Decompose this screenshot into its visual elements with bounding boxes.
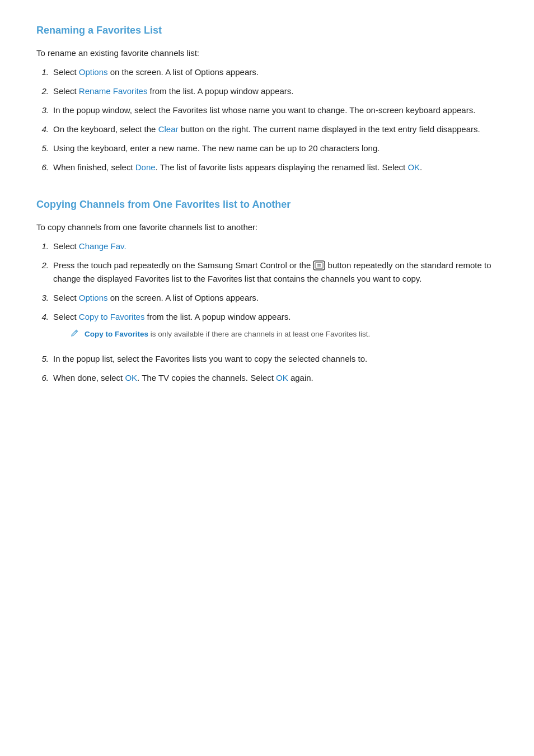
section2-steps: 1. Select Change Fav. 2. Press the touch…	[36, 240, 498, 385]
list-item: 4. Select Copy to Favorites from the lis…	[36, 310, 498, 347]
section-copying: Copying Channels from One Favorites list…	[36, 197, 498, 385]
step-content: When done, select OK. The TV copies the …	[53, 371, 498, 385]
list-item: 3. In the popup window, select the Favor…	[36, 104, 498, 117]
step-number: 4.	[36, 310, 53, 324]
step-content: In the popup list, select the Favorites …	[53, 352, 498, 366]
section1-steps: 1. Select Options on the screen. A list …	[36, 66, 498, 174]
keyword-ok-2: OK	[125, 373, 137, 382]
step-content: Select Copy to Favorites from the list. …	[53, 310, 498, 347]
keyword-options-2: Options	[79, 293, 108, 302]
step-content: Select Options on the screen. A list of …	[53, 291, 498, 305]
step-number: 5.	[36, 352, 53, 366]
remote-button-icon	[313, 260, 325, 270]
step-content: On the keyboard, select the Clear button…	[53, 123, 498, 136]
step-content: Using the keyboard, enter a new name. Th…	[53, 142, 498, 155]
list-item: 4. On the keyboard, select the Clear but…	[36, 123, 498, 136]
section-renaming: Renaming a Favorites List To rename an e…	[36, 22, 498, 174]
section1-intro: To rename an existing favorite channels …	[36, 46, 498, 60]
list-item: 6. When done, select OK. The TV copies t…	[36, 371, 498, 385]
step-content: Press the touch pad repeatedly on the Sa…	[53, 259, 498, 286]
list-item: 2. Select Rename Favorites from the list…	[36, 85, 498, 98]
note-block: Copy to Favorites is only available if t…	[70, 328, 498, 342]
step-number: 6.	[36, 371, 53, 385]
section1-title: Renaming a Favorites List	[36, 22, 498, 39]
note-keyword: Copy to Favorites	[85, 330, 148, 338]
step-content: Select Options on the screen. A list of …	[53, 66, 498, 79]
list-item: 1. Select Change Fav.	[36, 240, 498, 253]
step-number: 6.	[36, 161, 53, 174]
step-number: 4.	[36, 123, 53, 136]
svg-rect-1	[315, 263, 323, 268]
keyword-options: Options	[79, 67, 108, 77]
step-content: Select Change Fav.	[53, 240, 498, 253]
list-item: 5. In the popup list, select the Favorit…	[36, 352, 498, 366]
note-text: Copy to Favorites is only available if t…	[85, 328, 370, 340]
list-item: 2. Press the touch pad repeatedly on the…	[36, 259, 498, 286]
step-content: Select Rename Favorites from the list. A…	[53, 85, 498, 98]
step-number: 2.	[36, 259, 53, 272]
keyword-ok: OK	[407, 162, 420, 172]
keyword-copy-to-favorites: Copy to Favorites	[79, 312, 145, 321]
section2-intro: To copy channels from one favorite chann…	[36, 221, 498, 234]
step-number: 2.	[36, 85, 53, 98]
step-content: When finished, select Done. The list of …	[53, 161, 498, 174]
keyword-done: Done	[135, 162, 156, 172]
step-content: In the popup window, select the Favorite…	[53, 104, 498, 117]
keyword-rename-favorites: Rename Favorites	[79, 86, 148, 96]
step-number: 1.	[36, 240, 53, 253]
keyword-ok-3: OK	[276, 373, 288, 382]
step-number: 3.	[36, 104, 53, 117]
pencil-icon	[70, 329, 79, 342]
list-item: 5. Using the keyboard, enter a new name.…	[36, 142, 498, 155]
keyword-change-fav: Change Fav.	[79, 241, 127, 251]
keyword-clear: Clear	[158, 124, 179, 134]
step-number: 5.	[36, 142, 53, 155]
step-number: 1.	[36, 66, 53, 79]
section2-title: Copying Channels from One Favorites list…	[36, 197, 498, 213]
list-item: 6. When finished, select Done. The list …	[36, 161, 498, 174]
step-number: 3.	[36, 291, 53, 305]
list-item: 3. Select Options on the screen. A list …	[36, 291, 498, 305]
list-item: 1. Select Options on the screen. A list …	[36, 66, 498, 79]
